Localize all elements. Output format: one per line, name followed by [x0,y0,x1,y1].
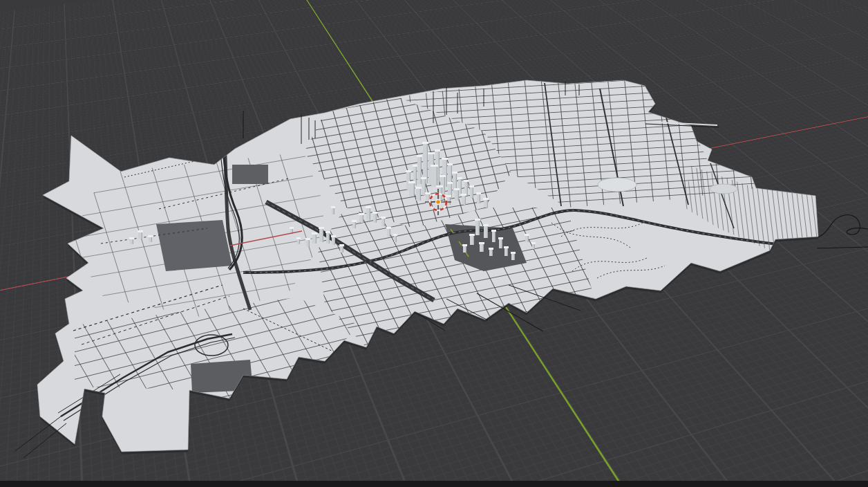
3d-cursor[interactable] [0,0,868,487]
cursor-dot [436,200,440,204]
blender-3d-viewport[interactable] [0,0,868,487]
editor-divider-strip [0,481,868,487]
